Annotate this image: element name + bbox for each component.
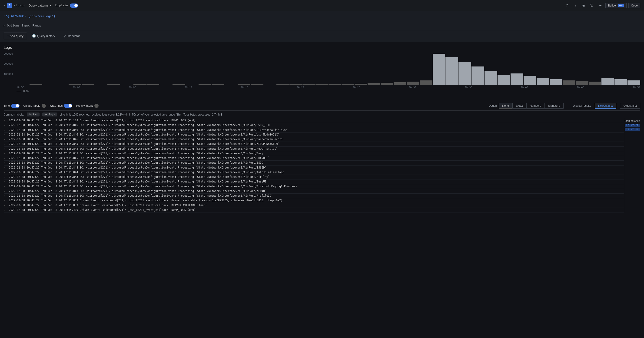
log-expand-icon[interactable]: ›: [4, 166, 7, 170]
log-expand-icon[interactable]: ›: [4, 123, 7, 127]
log-text: 2022-12-08 20:47:22 Thu Dec 8 20:47:15.8…: [9, 189, 266, 193]
log-text: 2022-12-08 20:47:22 Thu Dec 8 20:47:15.8…: [9, 147, 278, 151]
bar-mid4: [536, 78, 550, 85]
bar-end2: [614, 79, 627, 85]
range-label: Start of range: [624, 119, 640, 123]
legend-dash: [16, 91, 21, 91]
log-row[interactable]: › 2022-12-08 20:47:22 Thu Dec 8 20:47:15…: [4, 151, 624, 156]
log-row[interactable]: › 2022-12-08 20:47:22 Thu Dec 8 20:47:15…: [4, 132, 624, 137]
log-row[interactable]: › 2022-12-08 20:47:22 Thu Dec 8 20:47:15…: [4, 203, 624, 208]
log-expand-icon[interactable]: ›: [4, 133, 7, 137]
code-button[interactable]: Code: [628, 3, 640, 8]
bar-mid3: [524, 76, 536, 85]
wrap-lines-toggle[interactable]: [64, 104, 72, 108]
explain-toggle-pill[interactable]: [70, 4, 78, 8]
log-expand-icon[interactable]: ›: [4, 142, 7, 146]
log-row[interactable]: › 2022-12-08 20:47:22 Thu Dec 8 20:47:15…: [4, 208, 624, 212]
share-icon[interactable]: ⬆: [572, 2, 578, 9]
log-row[interactable]: › 2022-12-08 20:47:22 Thu Dec 8 20:47:15…: [4, 175, 624, 180]
oldest-first-button[interactable]: Oldest first: [620, 103, 640, 108]
time-control: Time: [4, 104, 20, 108]
view-icon[interactable]: ◉: [580, 2, 587, 9]
log-expand-icon[interactable]: ›: [4, 180, 7, 184]
log-text: 2022-12-08 20:47:22 Thu Dec 8 20:47:15.8…: [9, 133, 279, 137]
log-row[interactable]: › 2022-12-08 20:47:22 Thu Dec 8 20:47:15…: [4, 161, 624, 165]
dedup-none-button[interactable]: None: [499, 103, 512, 108]
log-rows-wrapper: › 2022-12-08 20:47:22 Thu Dec 8 20:47:21…: [4, 118, 640, 212]
log-text: 2022-12-08 20:47:22 Thu Dec 8 20:47:15.8…: [9, 194, 273, 198]
log-expand-icon[interactable]: ›: [4, 184, 7, 188]
log-expand-icon[interactable]: ›: [4, 198, 7, 202]
bar-17: [224, 84, 237, 85]
time-toggle[interactable]: [11, 104, 20, 108]
log-expand-icon[interactable]: ›: [4, 152, 7, 156]
log-expand-icon[interactable]: ›: [4, 204, 7, 207]
x-label-2030: 20:30: [408, 86, 416, 89]
help-icon[interactable]: ?: [564, 2, 570, 9]
trash-icon[interactable]: 🗑: [589, 2, 595, 9]
bar-end1: [602, 78, 614, 85]
inspector-button[interactable]: ◎ Inspector: [60, 33, 83, 39]
newest-first-button[interactable]: Newest first: [595, 103, 616, 108]
options-label[interactable]: Options: [7, 24, 20, 28]
x-label-2025: 20:25: [352, 86, 360, 89]
dedup-label: Dedup: [489, 104, 497, 108]
more-icon[interactable]: ⋯: [597, 2, 604, 9]
range-time-2[interactable]: 20:47:21: [625, 128, 640, 131]
log-browser-link[interactable]: Log browser ›: [4, 14, 26, 18]
log-expand-icon[interactable]: ›: [4, 208, 7, 212]
prettify-json-label: Prettify JSON: [76, 104, 93, 108]
log-row[interactable]: › 2022-12-08 20:47:22 Thu Dec 8 20:47:15…: [4, 184, 624, 189]
log-row[interactable]: › 2022-12-08 20:47:22 Thu Dec 8 20:47:15…: [4, 156, 624, 161]
log-row[interactable]: › 2022-12-08 20:47:22 Thu Dec 8 20:47:15…: [4, 166, 624, 170]
log-row[interactable]: › 2022-12-08 20:47:22 Thu Dec 8 20:47:21…: [4, 118, 624, 123]
collapse-icon[interactable]: ▼: [4, 4, 5, 7]
bar-24: [316, 84, 328, 85]
bar-21: [276, 84, 289, 85]
bar-28: [368, 83, 380, 85]
log-row[interactable]: › 2022-12-08 20:47:22 Thu Dec 8 20:47:15…: [4, 170, 624, 175]
log-row[interactable]: › 2022-12-08 20:47:22 Thu Dec 8 20:47:15…: [4, 128, 624, 132]
log-row[interactable]: › 2022-12-08 20:47:22 Thu Dec 8 20:47:15…: [4, 147, 624, 151]
log-expand-icon[interactable]: ›: [4, 170, 7, 174]
x-label-2005: 20:05: [128, 86, 136, 89]
range-time-1[interactable]: 20:47:22: [625, 124, 640, 127]
dedup-signature-button[interactable]: Signature: [545, 103, 564, 108]
prettify-json-toggle[interactable]: [94, 104, 98, 108]
log-row[interactable]: › 2022-12-08 20:47:22 Thu Dec 8 20:47:15…: [4, 189, 624, 194]
log-row[interactable]: › 2022-12-08 20:47:22 Thu Dec 8 20:47:15…: [4, 194, 624, 198]
inspector-label: Inspector: [68, 34, 80, 38]
log-row[interactable]: › 2022-12-08 20:47:22 Thu Dec 8 20:47:15…: [4, 198, 624, 203]
log-expand-icon[interactable]: ›: [4, 147, 7, 151]
log-row[interactable]: › 2022-12-08 20:47:22 Thu Dec 8 20:47:15…: [4, 180, 624, 184]
bar-10: [134, 84, 146, 85]
log-text: 2022-12-08 20:47:22 Thu Dec 8 20:47:15.8…: [9, 152, 265, 156]
query-input[interactable]: {job="varlogs"}: [28, 14, 55, 18]
bar-20: [264, 84, 276, 85]
log-expand-icon[interactable]: ›: [4, 156, 7, 160]
unique-labels-toggle[interactable]: [42, 104, 46, 108]
log-expand-icon[interactable]: ›: [4, 138, 7, 141]
add-query-button[interactable]: + Add query: [4, 32, 27, 39]
dedup-numbers-button[interactable]: Numbers: [526, 103, 545, 108]
beta-badge: Beta: [618, 4, 624, 7]
log-expand-icon[interactable]: ›: [4, 175, 7, 179]
query-bar: Log browser › {job="varlogs"}: [0, 11, 644, 22]
builder-button[interactable]: Builder Beta: [606, 3, 626, 8]
log-expand-icon[interactable]: ›: [4, 194, 7, 198]
log-row[interactable]: › 2022-12-08 20:47:22 Thu Dec 8 20:47:15…: [4, 142, 624, 146]
log-expand-icon[interactable]: ›: [4, 161, 7, 165]
top-bar-left: ▼ A (Loki): [4, 3, 25, 8]
dedup-exact-button[interactable]: Exact: [512, 103, 526, 108]
query-history-button[interactable]: 🕐 Query history: [29, 33, 58, 39]
prettify-json-control: Prettify JSON: [76, 104, 98, 108]
log-row[interactable]: › 2022-12-08 20:47:22 Thu Dec 8 20:47:15…: [4, 137, 624, 142]
query-patterns-button[interactable]: Query patterns ▾: [28, 4, 52, 7]
log-expand-icon[interactable]: ›: [4, 189, 7, 193]
log-expand-icon[interactable]: ›: [4, 118, 7, 122]
bar-9: [120, 84, 133, 85]
log-row[interactable]: › 2022-12-08 20:47:22 Thu Dec 8 20:47:15…: [4, 123, 624, 128]
log-browser-label: Log browser: [4, 14, 24, 18]
log-expand-icon[interactable]: ›: [4, 128, 7, 132]
options-expand-icon[interactable]: ▶: [4, 24, 5, 27]
